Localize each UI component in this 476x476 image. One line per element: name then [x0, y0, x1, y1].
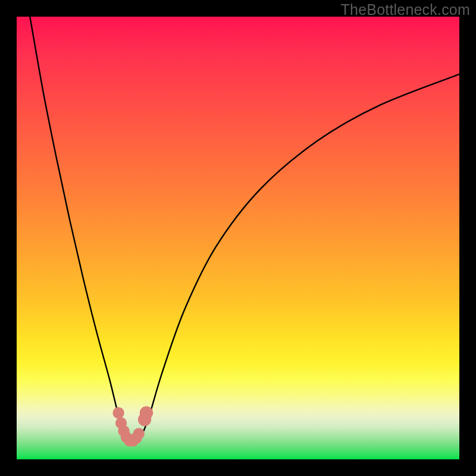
chart-frame: TheBottleneck.com	[0, 0, 476, 476]
marker-group	[112, 406, 153, 447]
bottleneck-curve	[30, 17, 459, 442]
curve-marker	[112, 407, 124, 418]
curve-marker	[140, 406, 153, 419]
watermark-text: TheBottleneck.com	[341, 1, 470, 18]
chart-plot-area	[17, 17, 459, 459]
chart-svg	[17, 17, 459, 459]
curve-marker	[133, 428, 145, 439]
